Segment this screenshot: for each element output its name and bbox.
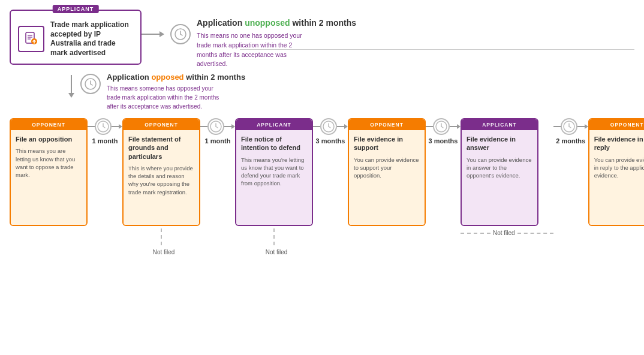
step-6-card: OPPONENT File evidence in reply You can … — [588, 118, 644, 226]
unopposed-text: Application unopposed within 2 months Th… — [197, 18, 356, 69]
main-flow: OPPONENT File an opposition This means y… — [10, 118, 634, 255]
step-4-badge: OPPONENT — [349, 119, 425, 130]
step-6-badge: OPPONENT — [589, 119, 644, 130]
unopposed-title: Application unopposed within 2 months — [197, 18, 356, 28]
step-2-card: OPPONENT File statement of grounds and p… — [122, 118, 200, 226]
step-6-body: File evidence in reply You can provide e… — [589, 130, 644, 225]
clock-1 — [95, 118, 112, 135]
opposed-text: Application opposed within 2 months This… — [107, 73, 245, 111]
step-4-card: OPPONENT File evidence in support You ca… — [348, 118, 426, 226]
step-5-body: File evidence in answer You can provide … — [462, 130, 537, 225]
connector-4: 3 months — [426, 118, 461, 145]
connector-5: 2 months — [553, 118, 588, 145]
connector-1: 1 month — [88, 118, 122, 145]
svg-line-10 — [91, 84, 92, 85]
applicant-badge: APPLICANT — [53, 5, 99, 13]
connector-1-label: 1 month — [92, 137, 118, 145]
clock-4 — [433, 118, 450, 135]
opposed-content: Application opposed within 2 months This… — [80, 73, 245, 111]
step-1-body: File an opposition This means you are le… — [11, 130, 86, 225]
step-5-card: APPLICANT File evidence in answer You ca… — [461, 118, 538, 226]
opposed-section: Application opposed within 2 months This… — [16, 75, 634, 111]
step-3-title: File notice of intention to defend — [241, 135, 307, 152]
opposed-desc: This means someone has opposed your trad… — [107, 84, 227, 111]
page: APPLICANT Trade mark application accepte… — [0, 0, 644, 355]
connector-2-label: 1 month — [205, 137, 231, 145]
step-2-notfiled: Not filed — [122, 249, 200, 255]
svg-line-19 — [329, 127, 330, 128]
horiz-divider — [240, 49, 634, 50]
step-3-body: File notice of intention to defend This … — [236, 130, 312, 225]
step-3-notfiled: Not filed — [235, 249, 313, 255]
dashed-line-right — [517, 233, 553, 234]
step-2-wrapper: OPPONENT File statement of grounds and p… — [122, 118, 200, 255]
connector-3: 3 months — [313, 118, 348, 145]
step-5-notfiled-row: Not filed — [461, 230, 553, 236]
step-6-wrapper: OPPONENT File evidence in reply You can … — [588, 118, 644, 226]
step-1-badge: OPPONENT — [11, 119, 86, 130]
svg-line-7 — [180, 34, 182, 35]
step-4-desc: You can provide evidence to support your… — [354, 156, 420, 221]
step-5-wrapper: APPLICANT File evidence in answer You ca… — [461, 118, 553, 236]
clock-icon-opposed — [80, 74, 101, 94]
dashed-line-left — [461, 233, 490, 234]
step-1-title: File an opposition — [16, 135, 82, 143]
clock-5 — [561, 118, 577, 135]
step-5-notfiled-label: Not filed — [493, 230, 515, 236]
step-1-wrapper: OPPONENT File an opposition This means y… — [10, 118, 88, 226]
top-section: APPLICANT Trade mark application accepte… — [10, 10, 634, 69]
svg-line-25 — [569, 127, 571, 128]
step-3-wrapper: APPLICANT File notice of intention to de… — [235, 118, 313, 255]
step-5-badge: APPLICANT — [462, 119, 537, 130]
step-1-desc: This means you are letting us know that … — [16, 147, 82, 221]
arrow-to-unopposed — [142, 31, 164, 37]
clock-2 — [207, 118, 224, 135]
step-1-card: OPPONENT File an opposition This means y… — [10, 118, 88, 226]
unopposed-desc: This means no one has opposed your trade… — [197, 31, 305, 69]
connector-2: 1 month — [200, 118, 235, 145]
svg-line-22 — [441, 127, 443, 128]
step-2-title: File statement of grounds and particular… — [128, 135, 194, 161]
document-icon — [18, 26, 44, 52]
step-5-title: File evidence in answer — [467, 135, 532, 152]
step-4-wrapper: OPPONENT File evidence in support You ca… — [348, 118, 426, 226]
unopposed-section: Application unopposed within 2 months Th… — [170, 18, 356, 69]
step-3-badge: APPLICANT — [236, 119, 312, 130]
step-3-card: APPLICANT File notice of intention to de… — [235, 118, 313, 226]
connector-4-label: 3 months — [429, 137, 458, 145]
opposed-title: Application opposed within 2 months — [107, 73, 245, 82]
step-6-title: File evidence in reply — [594, 135, 644, 152]
step-3-desc: This means you're letting us know that y… — [241, 156, 307, 221]
arrow-down-connector — [68, 75, 74, 98]
step-3-dashed-v — [273, 228, 275, 245]
step-4-body: File evidence in support You can provide… — [349, 130, 425, 225]
clock-3 — [320, 118, 337, 135]
step-4-title: File evidence in support — [354, 135, 420, 152]
connector-3-label: 3 months — [316, 137, 345, 145]
step-2-dashed-v — [161, 228, 162, 245]
step-2-badge: OPPONENT — [124, 119, 199, 130]
applicant-box: APPLICANT Trade mark application accepte… — [10, 10, 142, 65]
svg-line-16 — [216, 127, 218, 128]
applicant-title: Trade mark application accepted by IP Au… — [50, 20, 133, 58]
clock-icon-unopposed — [170, 24, 191, 44]
connector-5-label: 2 months — [556, 137, 585, 145]
step-2-body: File statement of grounds and particular… — [124, 130, 199, 225]
step-2-desc: This is where you provide the details an… — [128, 164, 194, 221]
svg-line-13 — [103, 127, 105, 128]
step-5-desc: You can provide evidence in answer to th… — [467, 156, 532, 221]
step-6-desc: You can provide evidence in reply to the… — [594, 156, 644, 221]
